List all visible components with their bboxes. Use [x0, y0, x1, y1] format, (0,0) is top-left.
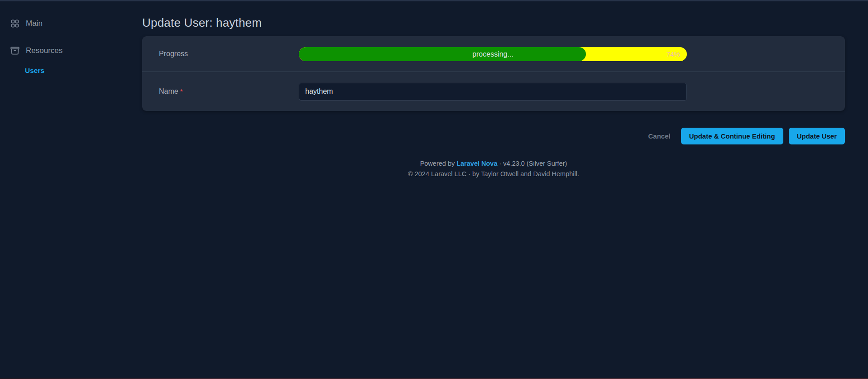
- page-footer: Powered byLaravel Nova· v4.23.0 (Silver …: [142, 160, 845, 178]
- name-field-label: Name: [159, 87, 178, 95]
- cancel-button[interactable]: Cancel: [648, 132, 670, 140]
- sidebar: Main Resources Users: [0, 0, 131, 379]
- progress-field-row: Progress processing... 74%: [142, 36, 845, 72]
- name-field-row: Name*: [142, 72, 845, 111]
- sidebar-item-main[interactable]: Main: [10, 19, 43, 29]
- progress-bar: processing... 74%: [299, 47, 687, 61]
- laravel-nova-link[interactable]: Laravel Nova: [456, 160, 497, 167]
- sidebar-item-users[interactable]: Users: [25, 67, 44, 75]
- form-card: Progress processing... 74% Name*: [142, 36, 845, 111]
- form-actions: Cancel Update & Continue Editing Update …: [648, 128, 845, 144]
- sidebar-item-resources[interactable]: Resources: [10, 46, 62, 56]
- update-continue-button[interactable]: Update & Continue Editing: [681, 128, 783, 144]
- sidebar-item-label: Resources: [26, 46, 62, 55]
- name-input[interactable]: [299, 83, 687, 101]
- progress-status-text: processing...: [299, 47, 687, 61]
- update-user-button[interactable]: Update User: [789, 128, 845, 144]
- sidebar-item-label: Main: [26, 19, 43, 28]
- required-asterisk: *: [180, 87, 183, 95]
- powered-by-text: Powered by: [420, 160, 455, 167]
- progress-percent-text: 74%: [667, 47, 680, 61]
- copyright-text: © 2024 Laravel LLC · by Taylor Otwell an…: [142, 170, 845, 178]
- progress-field-label: Progress: [159, 50, 188, 58]
- squares-grid-icon: [10, 19, 20, 29]
- archive-box-icon: [10, 46, 20, 56]
- main-content: Update User: haythem Progress processing…: [131, 0, 868, 379]
- page-title: Update User: haythem: [142, 16, 262, 30]
- version-text: · v4.23.0 (Silver Surfer): [499, 160, 567, 167]
